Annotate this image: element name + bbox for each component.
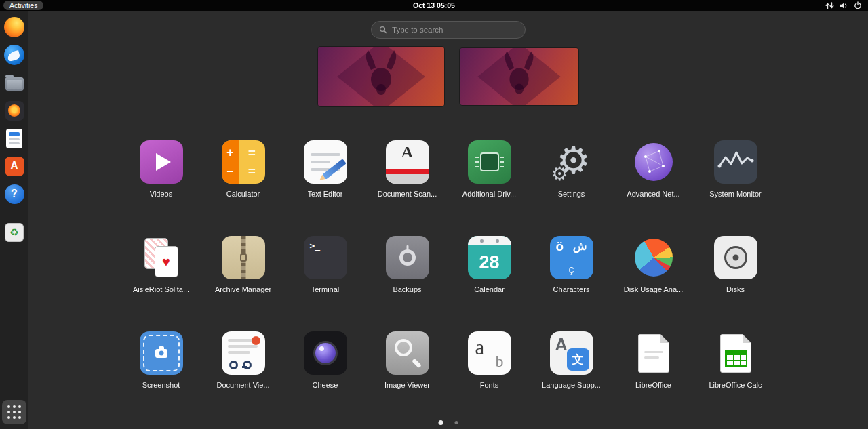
- workspace-thumbnail-2[interactable]: [460, 48, 578, 105]
- document-scanner-icon: A: [386, 140, 429, 184]
- seal-icon: [252, 336, 260, 345]
- disk-usage-analyzer-icon: [632, 236, 675, 279]
- page-dots: [439, 420, 458, 425]
- app-backups[interactable]: Backups: [366, 236, 448, 293]
- app-label: Archive Manager: [215, 285, 271, 293]
- system-monitor-icon: [714, 140, 757, 184]
- activities-overview: Videos+−==CalculatorText EditorADocument…: [28, 11, 868, 429]
- dock-item-firefox[interactable]: [3, 16, 25, 38]
- search-icon: [379, 26, 387, 34]
- cheese-icon: [304, 331, 347, 375]
- play-icon: [156, 153, 171, 171]
- app-label: LibreOffice Calc: [709, 381, 762, 389]
- disks-icon: [714, 236, 757, 279]
- archive-manager-icon: [222, 236, 265, 279]
- app-disk-usage-analyzer[interactable]: Disk Usage Ana...: [612, 236, 694, 293]
- app-label: Calendar: [474, 285, 505, 293]
- app-aisleriot[interactable]: ♥AisleRiot Solita...: [120, 236, 202, 293]
- app-additional-drivers[interactable]: Additional Driv...: [448, 140, 530, 198]
- page-dot-1[interactable]: [439, 420, 443, 425]
- page-dot-2[interactable]: [455, 421, 458, 424]
- calculator-plus-minus: +−: [222, 140, 239, 184]
- libreoffice-calc-icon: [714, 331, 757, 375]
- pie-chart-icon: [635, 239, 673, 277]
- calendar-day: 28: [468, 245, 511, 279]
- image-viewer-icon: [386, 331, 429, 375]
- app-calculator[interactable]: +−==Calculator: [202, 140, 284, 198]
- calculator-icon: +−==: [222, 140, 265, 184]
- dock-item-ubuntu-software[interactable]: A: [3, 155, 25, 177]
- dock-item-trash[interactable]: ♻: [3, 222, 25, 243]
- top-bar: Activities Oct 13 05:05: [0, 0, 868, 11]
- libreoffice-icon: [632, 331, 675, 375]
- app-characters[interactable]: öشçCharacters: [530, 236, 612, 293]
- terminal-icon: >_: [304, 236, 347, 279]
- app-settings[interactable]: ⚙⚙Settings: [530, 140, 612, 198]
- search-bar[interactable]: [371, 21, 526, 39]
- activities-button[interactable]: Activities: [3, 1, 43, 11]
- files-icon: [5, 77, 24, 91]
- app-advanced-network[interactable]: Advanced Net...: [612, 140, 694, 198]
- app-fonts[interactable]: abFonts: [448, 331, 530, 389]
- document-page: [638, 334, 669, 373]
- prompt-text: >_: [310, 241, 321, 251]
- app-label: AisleRiot Solita...: [133, 285, 189, 293]
- app-document-scanner[interactable]: ADocument Scan...: [366, 140, 448, 198]
- app-label: Advanced Net...: [627, 190, 679, 198]
- app-cheese[interactable]: Cheese: [284, 331, 366, 389]
- spreadsheet-grid: [725, 350, 747, 367]
- firefox-icon: [4, 17, 24, 37]
- dock-item-help[interactable]: ?: [3, 183, 25, 205]
- app-document-viewer[interactable]: Document Vie...: [202, 331, 284, 389]
- app-archive-manager[interactable]: Archive Manager: [202, 236, 284, 293]
- wallpaper-mascot: [460, 48, 578, 105]
- app-terminal[interactable]: >_Terminal: [284, 236, 366, 293]
- dock-item-thunderbird[interactable]: [3, 44, 25, 66]
- network-globe-icon: [632, 140, 675, 184]
- show-applications-button[interactable]: [2, 400, 26, 424]
- app-calendar[interactable]: 28Calendar: [448, 236, 530, 293]
- app-text-editor[interactable]: Text Editor: [284, 140, 366, 198]
- waveform-icon: [714, 140, 757, 184]
- fonts-icon: ab: [468, 331, 511, 375]
- heart-icon: ♥: [162, 254, 170, 270]
- additional-drivers-icon: [468, 140, 511, 184]
- dock-favorites: A?♻: [3, 16, 25, 243]
- chip-icon: [480, 152, 499, 171]
- system-status-area[interactable]: [825, 1, 865, 9]
- wallpaper-mascot: [318, 47, 444, 106]
- dial-icon: [399, 249, 416, 266]
- document-viewer-icon: [222, 331, 265, 375]
- backups-icon: [386, 236, 429, 279]
- app-label: Disks: [726, 285, 745, 293]
- app-label: Calculator: [226, 190, 260, 198]
- dock-item-rhythmbox[interactable]: [3, 100, 25, 121]
- dock-item-files[interactable]: [3, 72, 25, 94]
- app-system-monitor[interactable]: System Monitor: [694, 140, 776, 198]
- clock[interactable]: Oct 13 05:05: [413, 1, 455, 9]
- app-disks[interactable]: Disks: [694, 236, 776, 293]
- app-image-viewer[interactable]: Image Viewer: [366, 331, 448, 389]
- app-screenshot[interactable]: Screenshot: [120, 331, 202, 389]
- workspace-thumbnail-1[interactable]: [318, 47, 444, 106]
- app-label: Settings: [558, 190, 585, 198]
- settings-icon: ⚙⚙: [550, 140, 593, 184]
- app-videos[interactable]: Videos: [120, 140, 202, 198]
- aisleriot-icon: ♥: [140, 236, 183, 279]
- rhythmbox-icon: [5, 101, 24, 121]
- app-label: LibreOffice: [635, 381, 671, 389]
- network-icon: [825, 2, 834, 9]
- dock-separator: [6, 213, 22, 213]
- app-libreoffice[interactable]: LibreOffice: [612, 331, 694, 389]
- language-support-icon: A文: [550, 331, 593, 375]
- dock: A?♻: [0, 11, 28, 429]
- search-input[interactable]: [392, 26, 517, 34]
- app-label: Cheese: [313, 381, 338, 389]
- app-libreoffice-calc[interactable]: LibreOffice Calc: [694, 331, 776, 389]
- dock-item-libreoffice-writer[interactable]: [3, 127, 25, 149]
- glasses-icon: [229, 361, 252, 369]
- app-language-support[interactable]: A文Language Supp...: [530, 331, 612, 389]
- help-icon: ?: [5, 184, 24, 204]
- app-label: Language Supp...: [542, 381, 601, 389]
- app-label: Characters: [553, 285, 590, 293]
